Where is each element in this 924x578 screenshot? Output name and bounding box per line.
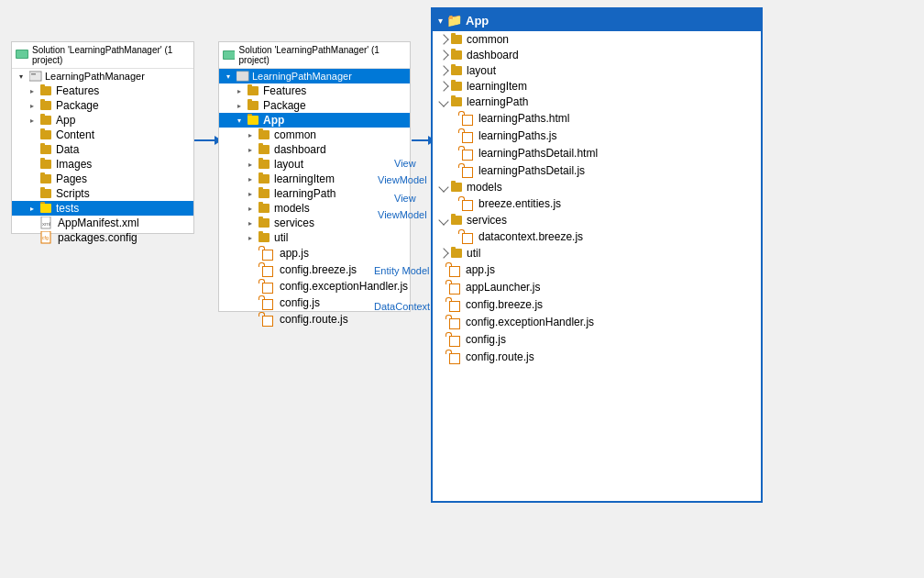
p2-app[interactable]: ▾ App (219, 113, 410, 128)
p3-datacontext-breeze[interactable]: datacontext.breeze.js (433, 228, 761, 245)
p3-learningpaths-html[interactable]: learningPaths.html (433, 109, 761, 127)
p2-learningpathmanager[interactable]: ▾ LearningPathManager (219, 69, 410, 83)
config-file-icon: cfg (40, 231, 53, 244)
p1-features-label: Features (56, 84, 99, 97)
chevron-right-icon (438, 81, 448, 91)
folder-icon (258, 160, 270, 169)
p3-config-exception[interactable]: config.exceptionHandler.js (433, 313, 761, 330)
p3-learningpathsdetail-html[interactable]: learningPathsDetail.html (433, 144, 761, 161)
p3-configjs-label: config.js (466, 333, 506, 346)
p1-packages[interactable]: cfg packages.config (12, 230, 193, 245)
p2-appjs-label: app.js (280, 247, 309, 260)
p2-learningpath[interactable]: ▸ learningPath (219, 186, 410, 201)
p3-breeze-entities[interactable]: breeze.entities.js (433, 195, 761, 212)
chevron-right-icon: ▸ (248, 219, 256, 228)
p3-applauncher[interactable]: appLauncher.js (433, 278, 761, 295)
p2-config-exception[interactable]: config.exceptionHandler.js (219, 278, 410, 295)
p3-services[interactable]: services (433, 212, 761, 228)
xml-file-icon: xml (40, 217, 53, 229)
p1-app-label: App (56, 114, 75, 127)
chevron-down-icon (438, 96, 448, 106)
folder-icon (451, 249, 462, 258)
chevron-down-icon: ▾ (237, 117, 245, 125)
p2-features[interactable]: ▸ Features (219, 83, 410, 98)
p2-package[interactable]: ▸ Package (219, 98, 410, 113)
svg-rect-10 (224, 51, 235, 59)
p3-learningpath[interactable]: learningPath (433, 94, 761, 109)
p3-learningpaths-js[interactable]: learningPaths.js (433, 127, 761, 144)
panel2-header: Solution 'LearningPathManager' (1 projec… (219, 42, 410, 69)
p3-common[interactable]: common (433, 31, 761, 47)
p1-pages-label: Pages (56, 172, 87, 185)
js-file-icon (458, 229, 475, 244)
p2-layout[interactable]: ▸ layout (219, 157, 410, 172)
folder-icon (248, 116, 258, 125)
js-file-icon (446, 332, 462, 347)
panel1: Solution 'LearningPathManager' (1 projec… (11, 41, 194, 234)
p1-appmanifest[interactable]: xml AppManifest.xml (12, 216, 193, 230)
html-file-icon (458, 111, 475, 126)
view2-annotation: View (394, 193, 416, 204)
p2-common[interactable]: ▸ common (219, 128, 410, 142)
p1-pages[interactable]: Pages (12, 172, 193, 186)
p3-models[interactable]: models (433, 179, 761, 195)
folder-icon (258, 174, 270, 183)
folder-icon (451, 82, 462, 91)
folder-icon (248, 86, 258, 95)
folder-icon (40, 204, 51, 213)
solution-icon1 (16, 48, 28, 62)
svg-text:xml: xml (42, 221, 50, 227)
p2-dashboard[interactable]: ▸ dashboard (219, 142, 410, 157)
p1-package[interactable]: ▸ Package (12, 98, 193, 113)
p3-dashboard-label: dashboard (467, 49, 519, 61)
folder-icon (451, 50, 462, 60)
p1-features[interactable]: ▸ Features (12, 83, 193, 98)
folder-icon (451, 216, 462, 225)
folder-icon (40, 116, 51, 125)
p3-learningpaths-js-label: learningPaths.js (478, 129, 556, 142)
view1-annotation: View (394, 158, 416, 169)
chevron-down-icon (438, 182, 448, 192)
p1-content[interactable]: Content (12, 128, 193, 142)
p1-data[interactable]: Data (12, 142, 193, 157)
folder-icon (248, 101, 258, 110)
js-file-icon (258, 312, 275, 327)
p3-util[interactable]: util (433, 245, 761, 261)
folder-icon-main: 📁 (446, 13, 462, 28)
p2-util-label: util (274, 231, 288, 244)
p3-configroute-label: config.route.js (466, 350, 534, 363)
p1-app[interactable]: ▸ App (12, 113, 193, 128)
p3-learningpathsdetail-js[interactable]: learningPathsDetail.js (433, 161, 761, 179)
p2-appjs[interactable]: app.js (219, 245, 410, 261)
p3-config-breeze[interactable]: config.breeze.js (433, 295, 761, 313)
chevron-right-icon (438, 34, 448, 44)
html-file-icon (458, 146, 475, 161)
arrow1-line (194, 139, 214, 141)
svg-rect-1 (16, 50, 28, 58)
p1-tests[interactable]: ▸ tests (12, 201, 193, 216)
viewmodel2-annotation: ViewModel (378, 209, 427, 220)
p1-appmanifest-label: AppManifest.xml (58, 217, 139, 229)
p1-learningpathmanager[interactable]: ▾ LearningPathManager (12, 69, 193, 83)
folder-icon (258, 145, 270, 154)
p3-dashboard[interactable]: dashboard (433, 47, 761, 62)
solution-icon2 (223, 49, 235, 61)
p3-learningitem[interactable]: learningItem (433, 78, 761, 94)
p1-scripts[interactable]: Scripts (12, 186, 193, 201)
p3-applauncher-label: appLauncher.js (466, 281, 540, 294)
p3-models-label: models (467, 181, 502, 194)
p1-content-label: Content (56, 128, 94, 141)
p2-util[interactable]: ▸ util (219, 230, 410, 245)
js-file-icon (446, 297, 462, 312)
p3-configjs[interactable]: config.js (433, 330, 761, 348)
p3-configroute[interactable]: config.route.js (433, 348, 761, 365)
svg-rect-4 (31, 73, 36, 75)
p1-images[interactable]: Images (12, 157, 193, 172)
p3-appjs[interactable]: app.js (433, 261, 761, 278)
p1-proj-label: LearningPathManager (45, 71, 145, 82)
folder-icon (40, 160, 51, 169)
chevron-down-icon (438, 215, 448, 225)
p2-configroute[interactable]: config.route.js (219, 311, 410, 328)
datacontext-annotation: DataContext (374, 301, 430, 312)
p3-layout[interactable]: layout (433, 62, 761, 78)
